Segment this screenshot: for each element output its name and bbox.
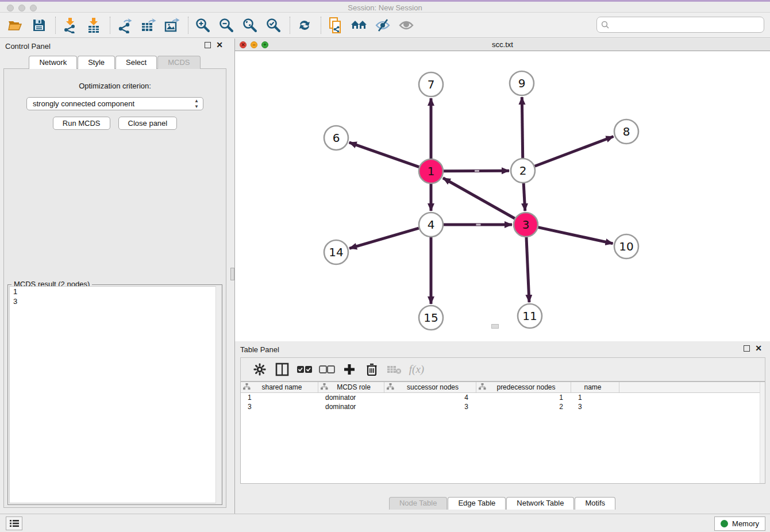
tree-hierarchy-icon [479,383,486,392]
close-panel-icon[interactable]: ✕ [216,42,223,48]
search-input[interactable] [610,18,764,31]
edge-4-14[interactable] [349,228,419,248]
float-panel-icon[interactable] [205,42,211,48]
save-session-icon[interactable] [30,17,48,34]
tab-node-table[interactable]: Node Table [389,497,448,510]
network-canvas[interactable]: 7968124314101511 [235,51,770,341]
node-2[interactable]: 2 [511,159,535,183]
split-columns-icon[interactable] [272,361,292,378]
node-3[interactable]: 3 [514,213,538,237]
vertical-splitter[interactable] [230,38,235,514]
cell-shared-name[interactable]: 3 [241,402,318,411]
export-table-icon[interactable] [140,17,157,34]
node-6[interactable]: 6 [324,126,348,150]
criterion-dropdown[interactable]: strongly connected component ▲▼ [26,97,203,110]
cell-successor-nodes[interactable]: 4 [384,393,476,402]
criterion-value: strongly connected component [33,99,134,108]
node-11[interactable]: 11 [518,304,542,328]
zoom-fit-icon[interactable] [241,17,259,34]
node-label: 3 [522,218,530,232]
node-10[interactable]: 10 [614,234,638,259]
clone-network-icon[interactable] [327,17,344,34]
node-label: 14 [329,245,343,259]
close-table-panel-icon[interactable]: ✕ [755,345,762,352]
mcds-result-list[interactable]: 13 [9,286,221,503]
zoom-out-icon[interactable] [218,17,235,34]
node-7[interactable]: 7 [419,72,443,97]
edge-3-11[interactable] [526,237,529,302]
zoom-selected-icon[interactable] [265,17,282,34]
tab-motifs[interactable]: Motifs [575,497,615,510]
node-14[interactable]: 14 [324,240,348,264]
result-scrollbar[interactable] [215,286,221,503]
edge-1-6[interactable] [349,142,419,167]
edge-2-3[interactable] [523,183,525,211]
node-4[interactable]: 4 [419,213,443,237]
add-column-icon[interactable] [340,361,359,378]
task-history-button[interactable] [6,516,22,530]
import-table-icon[interactable] [85,17,102,34]
tab-network[interactable]: Network [29,56,77,69]
import-network-icon[interactable] [61,17,79,34]
deselect-all-checks-icon[interactable] [317,361,337,378]
network-window-titlebar[interactable]: ✕ − + scc.txt [235,38,770,51]
tab-style[interactable]: Style [78,56,115,69]
tab-network-table[interactable]: Network Table [506,497,574,510]
column-header-mcds-role[interactable]: MCDS role [318,382,384,392]
cell-predecessor-nodes[interactable]: 1 [476,393,571,402]
open-file-icon[interactable] [7,17,24,34]
toolbar-separator [110,17,110,34]
node-9[interactable]: 9 [510,71,534,95]
node-label: 1 [428,164,435,178]
edge-3-1[interactable] [443,178,515,218]
tab-edge-table[interactable]: Edge Table [448,497,506,510]
column-header-predecessor-nodes[interactable]: predecessor nodes [476,382,571,392]
export-image-icon[interactable] [163,17,180,34]
table-row[interactable]: 1dominator411 [241,393,765,402]
show-panel-icon[interactable] [398,17,415,34]
cell-name[interactable]: 1 [571,393,619,402]
node-1[interactable]: 1 [419,159,443,183]
cell-successor-nodes[interactable]: 3 [384,402,476,411]
edge-2-9[interactable] [522,97,522,158]
table-scrollbar[interactable] [760,382,765,483]
node-8[interactable]: 8 [614,119,638,144]
close-panel-button[interactable]: Close panel [118,117,178,130]
cell-name[interactable]: 3 [571,402,619,411]
cell-mcds-role[interactable]: dominator [318,402,384,411]
cell-mcds-role[interactable]: dominator [318,393,384,402]
select-all-checks-icon[interactable] [295,361,314,378]
run-mcds-button[interactable]: Run MCDS [53,117,110,130]
delete-column-icon[interactable] [362,361,382,378]
table-panel: Table Panel ✕ [235,341,770,514]
column-header-name[interactable]: name [571,382,619,392]
tree-hierarchy-icon [243,383,251,392]
gear-icon[interactable] [250,361,270,378]
memory-label: Memory [732,519,759,528]
column-header-shared-name[interactable]: shared name [241,382,318,392]
horizontal-splitter-grip[interactable] [491,324,499,329]
edge-2-8[interactable] [535,136,614,166]
toolbar-separator [188,17,188,34]
hide-panel-icon[interactable] [374,17,391,34]
tab-mcds[interactable]: MCDS [157,56,200,69]
vertical-splitter-grip[interactable] [230,268,234,280]
edge-3-10[interactable] [538,228,613,244]
list-icon [10,519,19,527]
edge-label-mark [475,170,479,172]
cell-predecessor-nodes[interactable]: 2 [476,402,571,411]
column-header-successor-nodes[interactable]: successor nodes [384,382,476,392]
node-15[interactable]: 15 [419,306,443,330]
table-row[interactable]: 3dominator323 [241,402,765,411]
zoom-in-icon[interactable] [194,17,211,34]
cell-shared-name[interactable]: 1 [241,393,318,402]
refresh-layout-icon[interactable] [296,17,313,34]
float-table-panel-icon[interactable] [744,345,750,352]
search-box[interactable] [596,17,764,33]
home-panes-icon[interactable] [351,17,368,34]
app-titlebar: Session: New Session [0,0,770,13]
memory-status-icon [721,520,728,527]
export-network-icon[interactable] [116,17,133,34]
tab-select[interactable]: Select [116,56,157,69]
memory-button[interactable]: Memory [714,516,765,531]
